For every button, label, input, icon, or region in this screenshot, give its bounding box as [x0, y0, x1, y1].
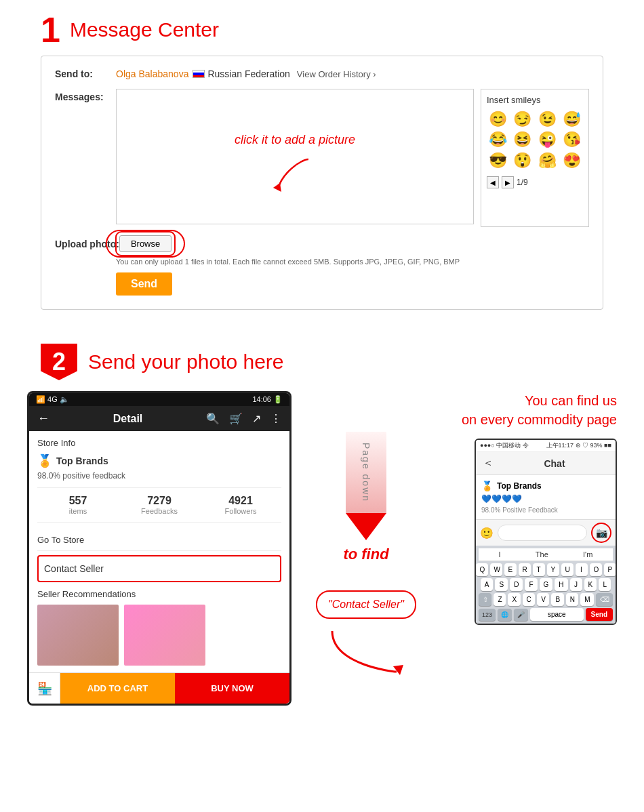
sender-name[interactable]: Olga Balabanova [116, 68, 188, 79]
phone-keyboard: I The I'm Q W E R T Y U I O P A [476, 546, 616, 624]
key-D[interactable]: D [510, 578, 523, 591]
key-space[interactable]: space [530, 608, 584, 621]
key-globe[interactable]: 🌐 [498, 609, 512, 621]
mobile-bottom-bar: 🏪 ADD TO CART BUY NOW [29, 672, 289, 704]
key-J[interactable]: J [570, 578, 582, 591]
seller-recs-images [37, 605, 281, 666]
emoji-icon[interactable]: 🙂 [480, 527, 494, 540]
key-N[interactable]: N [566, 593, 579, 606]
browse-button[interactable]: Browse [119, 235, 172, 252]
chat-input-field[interactable] [498, 525, 587, 541]
key-U[interactable]: U [561, 563, 573, 576]
send-to-row: Send to: Olga Balabanova Russian Federat… [55, 68, 589, 79]
key-Y[interactable]: Y [547, 563, 559, 576]
key-R[interactable]: R [519, 563, 531, 576]
key-K[interactable]: K [584, 578, 597, 591]
stat-followers-label: Followers [200, 507, 281, 515]
key-num[interactable]: 123 [479, 609, 496, 621]
smiley-3[interactable]: 😉 [536, 110, 559, 128]
key-Q[interactable]: Q [476, 563, 488, 576]
suggestion-1[interactable]: I [499, 550, 501, 559]
mobile-nav-icons: 🔍 🛒 ↗ ⋮ [206, 412, 281, 425]
suggestion-2[interactable]: The [536, 550, 548, 559]
phone-status-bar: ●●●○ 中国移动 令 上午11:17 ⊛ ♡ 93% ■■ [476, 440, 616, 452]
contact-seller-text: Contact Seller [44, 563, 275, 574]
seller-recs-title: Seller Recommendations [37, 589, 281, 599]
page-down-container: Page down to find [339, 432, 393, 563]
key-M[interactable]: M [580, 593, 594, 606]
phone-status-left: ●●●○ 中国移动 令 [480, 441, 529, 450]
contact-seller-row[interactable]: Contact Seller [37, 555, 281, 582]
store-info-title: Store Info [37, 438, 281, 448]
messages-content: click it to add a picture Insert smileys… [116, 89, 589, 227]
smiley-8[interactable]: 😘 [561, 131, 584, 148]
smiley-prev-btn[interactable]: ◀ [487, 176, 499, 188]
key-A[interactable]: A [481, 578, 494, 591]
middle-section: Page down to find "Contact Seller" [305, 391, 427, 678]
key-B[interactable]: B [551, 593, 563, 606]
smiley-2[interactable]: 😏 [512, 110, 534, 128]
smiley-11[interactable]: 🤗 [536, 152, 559, 169]
phone-back-icon[interactable]: ＜ [483, 456, 494, 470]
key-mic[interactable]: 🎤 [514, 609, 528, 621]
smiley-6[interactable]: 😆 [512, 131, 534, 148]
smiley-4[interactable]: 😅 [561, 110, 584, 128]
camera-icon[interactable]: 📷 [591, 523, 611, 543]
key-C[interactable]: C [523, 593, 536, 606]
smiley-next-btn[interactable]: ▶ [502, 176, 514, 188]
key-G[interactable]: G [540, 578, 553, 591]
upload-hint: You can only upload 1 files in total. Ea… [116, 258, 589, 266]
share-icon[interactable]: ↗ [252, 412, 261, 425]
smileys-nav: ◀ ▶ 1/9 [487, 176, 583, 188]
rec-image-2 [124, 605, 205, 666]
key-O[interactable]: O [590, 563, 602, 576]
smiley-7[interactable]: 😜 [536, 131, 559, 148]
view-order-link[interactable]: View Order History [297, 69, 376, 79]
stat-feedbacks: 7279 Feedbacks [119, 495, 200, 515]
suggestion-3[interactable]: I'm [583, 550, 592, 559]
curve-arrow-icon [325, 624, 407, 678]
section1-title: Message Center [70, 18, 219, 41]
right-section: You can find us on every commodity page … [441, 391, 617, 625]
key-E[interactable]: E [504, 563, 517, 576]
smiley-9[interactable]: 😎 [487, 152, 509, 169]
send-button[interactable]: Send [116, 272, 172, 296]
add-to-cart-button[interactable]: ADD TO CART [60, 673, 175, 704]
key-T[interactable]: T [533, 563, 545, 576]
store-icon[interactable]: 🏪 [29, 673, 60, 704]
key-I[interactable]: I [576, 563, 588, 576]
key-W[interactable]: W [490, 563, 502, 576]
stat-items-num: 557 [37, 495, 119, 507]
key-P[interactable]: P [604, 563, 616, 576]
search-icon[interactable]: 🔍 [206, 412, 220, 425]
phone-screenshot: ●●●○ 中国移动 令 上午11:17 ⊛ ♡ 93% ■■ ＜ Chat 🏅 … [475, 439, 617, 625]
mobile-status-left: 📶 4G 🔈 [36, 395, 69, 404]
smiley-10[interactable]: 😲 [512, 152, 534, 169]
down-arrow-icon [346, 513, 386, 540]
mobile-back-icon[interactable]: ← [37, 411, 49, 426]
message-textarea[interactable] [116, 89, 474, 224]
stat-followers-num: 4921 [200, 495, 281, 507]
key-shift[interactable]: ⇧ [479, 593, 491, 606]
phone-brands-text: Top Brands [497, 481, 542, 491]
smiley-5[interactable]: 😂 [487, 131, 509, 148]
contact-seller-label: "Contact Seller" [316, 590, 416, 619]
key-backspace[interactable]: ⌫ [596, 593, 613, 606]
find-us-text: You can find us on every commodity page [441, 391, 617, 429]
key-V[interactable]: V [537, 593, 549, 606]
key-H[interactable]: H [555, 578, 567, 591]
more-icon[interactable]: ⋮ [270, 412, 281, 425]
go-to-store[interactable]: Go To Store [37, 529, 281, 551]
smiley-1[interactable]: 😊 [487, 110, 509, 128]
step2-number: 2 [41, 344, 77, 380]
key-send[interactable]: Send [586, 608, 613, 621]
key-X[interactable]: X [508, 593, 520, 606]
key-S[interactable]: S [495, 578, 508, 591]
key-L[interactable]: L [599, 578, 611, 591]
key-Z[interactable]: Z [494, 593, 506, 606]
buy-now-button[interactable]: BUY NOW [175, 673, 289, 704]
cart-icon[interactable]: 🛒 [229, 412, 243, 425]
country-text: Russian Federation [207, 68, 289, 79]
smiley-12[interactable]: 😍 [561, 152, 584, 169]
key-F[interactable]: F [525, 578, 537, 591]
